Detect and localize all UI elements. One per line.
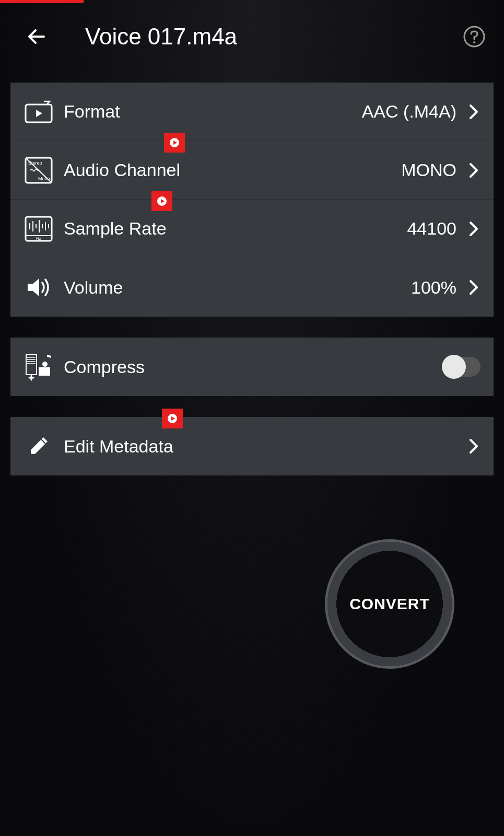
compress-toggle[interactable] [443, 357, 480, 377]
back-button[interactable] [24, 24, 50, 50]
convert-button[interactable]: CONVERT [325, 539, 454, 669]
premium-badge [162, 409, 183, 428]
help-button[interactable] [463, 25, 486, 48]
play-icon [157, 196, 167, 206]
chevron-right-icon [467, 281, 480, 294]
edit-icon [21, 434, 56, 458]
play-icon [170, 138, 179, 147]
convert-label: CONVERT [349, 595, 430, 613]
help-icon [463, 25, 486, 48]
audio-channel-value: MONO [401, 160, 456, 180]
svg-text:Hz: Hz [36, 236, 41, 241]
svg-point-24 [42, 362, 48, 367]
svg-rect-25 [39, 367, 50, 376]
format-row[interactable]: Format AAC (.M4A) [10, 83, 494, 141]
chevron-right-icon [467, 222, 480, 236]
compress-row[interactable]: Compress [10, 338, 494, 396]
sample-rate-icon: Hz [21, 216, 56, 242]
audio-channel-icon: Stereo Mono [21, 157, 56, 184]
volume-row[interactable]: Volume 100% [10, 258, 494, 317]
format-label: Format [64, 101, 362, 122]
chevron-right-icon [467, 439, 480, 453]
compress-icon [21, 353, 56, 381]
sample-rate-value: 44100 [407, 218, 456, 239]
compress-label: Compress [64, 357, 443, 377]
sample-rate-row[interactable]: Hz Sample Rate 44100 [10, 200, 494, 258]
edit-metadata-label: Edit Metadata [64, 436, 467, 457]
audio-channel-row[interactable]: Stereo Mono Audio Channel MONO [10, 141, 494, 200]
content: Format AAC (.M4A) Stereo Mono [0, 68, 504, 475]
premium-badge [151, 191, 172, 211]
svg-point-1 [473, 41, 475, 43]
arrow-left-icon [26, 26, 48, 48]
toggle-knob [442, 355, 466, 379]
page-title: Voice 017.m4a [85, 24, 463, 50]
status-bar-accent [0, 0, 84, 3]
format-icon [21, 100, 56, 123]
volume-value: 100% [411, 277, 456, 298]
audio-channel-label: Audio Channel [64, 160, 401, 180]
edit-metadata-row[interactable]: Edit Metadata [10, 417, 494, 475]
format-value: AAC (.M4A) [362, 101, 456, 122]
volume-label: Volume [64, 277, 411, 298]
chevron-right-icon [467, 105, 480, 119]
play-icon [168, 414, 177, 423]
compress-section: Compress [10, 338, 494, 396]
volume-icon [21, 276, 56, 298]
svg-text:Mono: Mono [38, 176, 50, 181]
premium-badge [164, 133, 185, 153]
sample-rate-label: Sample Rate [64, 218, 407, 239]
metadata-section: Edit Metadata [10, 417, 494, 475]
header: Voice 017.m4a [0, 0, 504, 68]
chevron-right-icon [467, 164, 480, 177]
audio-settings-section: Format AAC (.M4A) Stereo Mono [10, 83, 494, 317]
